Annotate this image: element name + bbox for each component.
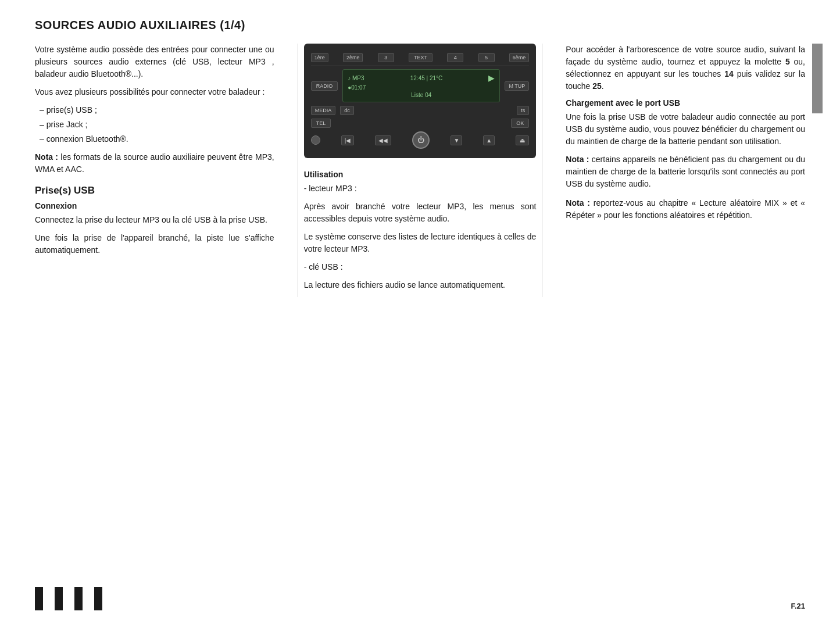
btn-radio: RADIO bbox=[311, 81, 338, 91]
btn-text: TEXT bbox=[409, 53, 432, 62]
connexion-p2: Une fois la prise de l'appareil branché,… bbox=[35, 232, 274, 256]
footer-marks bbox=[35, 587, 102, 610]
footer-mark-4 bbox=[94, 587, 102, 610]
page-number: F.21 bbox=[791, 602, 805, 610]
col-left: Votre système audio possède des entrées … bbox=[35, 44, 280, 262]
btn-down: ▼ bbox=[451, 135, 462, 145]
footer-mark-2 bbox=[55, 587, 63, 610]
footer-mark-1 bbox=[35, 587, 43, 610]
time-temp: 12:45 | 21°C bbox=[410, 75, 443, 81]
device-row-media: MEDIA dc ts bbox=[311, 106, 530, 115]
btn-dc: dc bbox=[340, 106, 354, 115]
device-row-tel: TEL OK bbox=[311, 119, 530, 128]
nota1-label: Nota : bbox=[566, 155, 589, 164]
device-image: 1ère 2ème 3 TEXT 4 5 6ème RADIO ♪ MP3 12… bbox=[304, 44, 537, 158]
right-p1: Pour accéder à l'arborescence de votre s… bbox=[566, 44, 805, 92]
util-usb-p1: La lecture des fichiers audio se lance a… bbox=[304, 279, 537, 291]
scrollbar-bar bbox=[812, 44, 823, 113]
btn-6: 6ème bbox=[509, 53, 530, 62]
device-buttons-top: 1ère 2ème 3 TEXT 4 5 6ème bbox=[311, 53, 530, 66]
list-items: – prise(s) USB ; – prise Jack ; – connex… bbox=[35, 104, 274, 145]
screen-top-row: ♪ MP3 12:45 | 21°C ▶ bbox=[348, 73, 495, 83]
btn-2: 2ème bbox=[343, 53, 363, 62]
util-mp3-p2: Le système conserve des listes de lectur… bbox=[304, 231, 537, 255]
btn-up: ▲ bbox=[483, 135, 495, 145]
footer-mark-3 bbox=[74, 587, 83, 610]
util-mp3-p1: Après avoir branché votre lecteur MP3, l… bbox=[304, 201, 537, 225]
btn-ts: ts bbox=[517, 106, 529, 115]
connexion-p1: Connectez la prise du lecteur MP3 ou la … bbox=[35, 214, 274, 226]
btn-5: 5 bbox=[478, 53, 495, 62]
col-mid: 1ère 2ème 3 TEXT 4 5 6ème RADIO ♪ MP3 12… bbox=[298, 44, 543, 297]
page-title: SOURCES AUDIO AUXILIAIRES (1/4) bbox=[35, 19, 805, 32]
btn-eject: ⏏ bbox=[516, 135, 529, 145]
nota2: Nota : reportez-vous au chapitre « Lectu… bbox=[566, 197, 805, 221]
list-item-3: – connexion Bluetooth®. bbox=[35, 133, 274, 145]
btn-ok: OK bbox=[511, 119, 529, 128]
device-screen: ♪ MP3 12:45 | 21°C ▶ ●01:07 Liste 04 bbox=[342, 69, 500, 102]
device-row-2: RADIO ♪ MP3 12:45 | 21°C ▶ ●01:07 Liste … bbox=[311, 69, 530, 102]
chargement-p1: Une fois la prise USB de votre baladeur … bbox=[566, 111, 805, 148]
btn-3: 3 bbox=[378, 53, 394, 62]
nota2-label: Nota : bbox=[566, 198, 590, 208]
util-usb-label: - clé USB : bbox=[304, 261, 537, 273]
list-item-1: – prise(s) USB ; bbox=[35, 104, 274, 116]
page-footer: F.21 bbox=[0, 587, 840, 610]
col-right: Pour accéder à l'arborescence de votre s… bbox=[560, 44, 805, 227]
nota-content: les formats de la source audio auxiliair… bbox=[35, 152, 274, 174]
play-icon: ▶ bbox=[488, 73, 495, 83]
spacer bbox=[331, 119, 511, 128]
track-time: ●01:07 bbox=[348, 84, 366, 91]
btn-circle-left bbox=[311, 135, 320, 145]
chargement-title: Chargement avec le port USB bbox=[566, 98, 805, 108]
list-item-2: – prise Jack ; bbox=[35, 119, 274, 131]
btn-power: ⏻ bbox=[412, 131, 430, 149]
content-grid: Votre système audio possède des entrées … bbox=[35, 44, 805, 297]
nota-text: Nota : les formats de la source audio au… bbox=[35, 151, 274, 176]
btn-dc-container: dc bbox=[335, 106, 517, 115]
util-mp3-label: - lecteur MP3 : bbox=[304, 183, 537, 195]
nota1: Nota : certains appareils ne bénéficient… bbox=[566, 153, 805, 190]
utilisation-title: Utilisation bbox=[304, 170, 537, 179]
btn-tel: TEL bbox=[311, 119, 331, 128]
btn-4: 4 bbox=[447, 53, 463, 62]
btn-mtup: M TUP bbox=[505, 81, 529, 91]
liste: Liste 04 bbox=[348, 92, 495, 98]
intro-paragraph-2: Vous avez plusieurs possibilités pour co… bbox=[35, 86, 274, 98]
device-row-bottom: |◀ ◀◀ ⏻ ▼ ▲ ⏏ bbox=[311, 131, 530, 149]
nota-label: Nota : bbox=[35, 152, 58, 162]
connexion-title: Connexion bbox=[35, 201, 274, 210]
intro-paragraph-1: Votre système audio possède des entrées … bbox=[35, 44, 274, 80]
mp3-icon: ♪ MP3 bbox=[348, 75, 364, 81]
btn-1: 1ère bbox=[311, 53, 328, 62]
track-row: ●01:07 bbox=[348, 84, 495, 91]
nota2-content: reportez-vous au chapitre « Lecture aléa… bbox=[566, 198, 805, 220]
btn-media: MEDIA bbox=[311, 106, 336, 115]
section-title-usb: Prise(s) USB bbox=[35, 185, 274, 196]
btn-prev2: ◀◀ bbox=[375, 135, 391, 145]
btn-prev: |◀ bbox=[341, 135, 355, 145]
nota1-content: certains appareils ne bénéficient pas du… bbox=[566, 155, 805, 188]
